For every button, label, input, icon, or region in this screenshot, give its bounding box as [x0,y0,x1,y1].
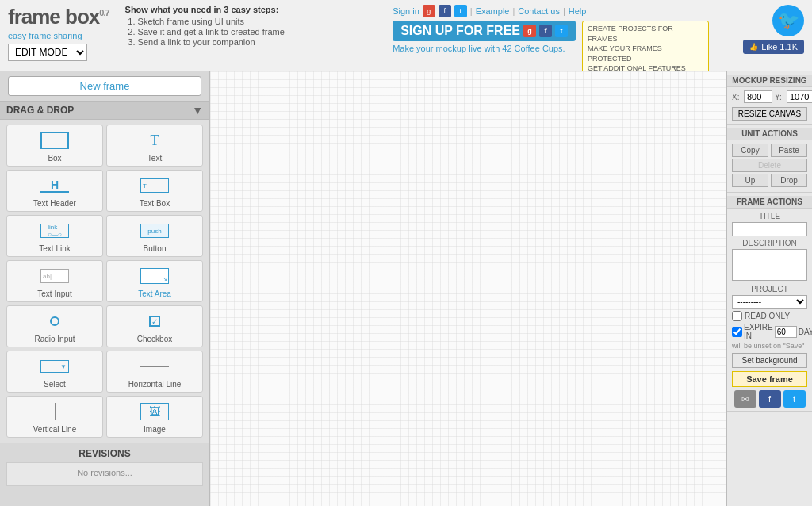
drag-drop-arrow[interactable]: ▼ [192,104,203,117]
readonly-label: READ ONLY [745,312,790,320]
paste-button[interactable]: Paste [771,144,807,157]
contact-link[interactable]: Contact us [518,6,560,16]
component-textbox[interactable]: T Text Box [106,170,203,212]
vline-shape [55,403,56,420]
twitter-bird[interactable]: 🐦 [772,5,804,36]
expire-input[interactable] [775,326,797,338]
step-1: Sketch frame using UI units [138,17,377,26]
title-input[interactable] [732,222,807,236]
right-panel: MOCKUP RESIZING X: Y: RESIZE CANVAS UNIT… [726,71,812,506]
link-label: Text Link [39,244,70,253]
image-label: Image [144,425,166,434]
link-shape: link○—○ [40,224,69,238]
fb-icon: f [768,394,771,404]
component-image[interactable]: 🖼 Image [106,396,203,438]
sep2: | [512,6,515,16]
facebook-icon[interactable]: f [439,5,451,17]
signin-row: Sign in g f t | Example | Contact us | H… [393,5,709,17]
select-shape: ▼ [40,360,69,373]
frame-actions-section: FRAME ACTIONS TITLE DESCRIPTION PROJECT … [727,193,812,412]
help-link[interactable]: Help [569,6,587,16]
y-label: Y: [775,93,784,102]
set-background-button[interactable]: Set background [732,353,807,368]
email-share-button[interactable]: ✉ [734,390,756,408]
drop-button[interactable]: Drop [771,174,807,187]
coffee-link[interactable]: Make your mockup live with 42 Coffee Cup… [393,44,576,53]
component-button[interactable]: push Button [106,215,203,257]
signin-area: Sign in g f t | Example | Contact us | H… [393,5,709,77]
resize-canvas-button[interactable]: RESIZE CANVAS [732,107,807,121]
step-2: Save it and get a link to created frame [138,27,377,36]
expire-label: EXPIRE IN [744,323,773,340]
canvas[interactable] [210,71,726,506]
image-icon: 🖼 [136,400,173,424]
component-radio[interactable]: Radio Input [6,305,103,347]
drag-drop-label: DRAG & DROP [6,105,74,116]
unit-actions-section: UNIT ACTIONS Copy Paste Delete Up Drop [727,125,812,193]
sep3: | [563,6,565,16]
textbox-label: Text Box [140,199,170,208]
text-icon: T [136,128,173,152]
email-icon: ✉ [741,394,749,404]
up-drop-row: Up Drop [732,174,807,187]
twitter-icon[interactable]: t [454,5,467,17]
example-link[interactable]: Example [476,6,510,16]
signup-tw-icon: t [555,25,568,37]
twitter-share-button[interactable]: t [783,390,806,408]
steps-list: Sketch frame using UI units Save it and … [125,17,377,47]
facebook-share-button[interactable]: f [759,390,781,408]
google-icon[interactable]: g [423,5,435,17]
like-count: Like 1.1K [761,42,798,52]
signin-link[interactable]: Sign in [393,6,419,16]
expire-note: will be unset on "Save" [732,342,807,350]
input-icon: ab| [36,264,73,288]
signup-row: SIGN UP FOR FREE g f t Make your mockup … [393,21,709,77]
frame-actions-title: FRAME ACTIONS [727,196,812,209]
component-select[interactable]: ▼ Select [6,351,103,393]
component-text[interactable]: T Text [106,125,203,167]
readonly-checkbox[interactable] [732,311,742,321]
edit-mode-dropdown[interactable]: EDIT MODE VIEW MODE [8,44,87,61]
component-header[interactable]: H Text Header [6,170,103,212]
component-input[interactable]: ab| Text Input [6,260,103,302]
component-link[interactable]: link○—○ Text Link [6,215,103,257]
project-label: PROJECT [732,285,807,293]
select-icon: ▼ [36,355,73,378]
expire-checkbox[interactable] [732,327,742,337]
delete-button[interactable]: Delete [732,159,807,172]
y-input[interactable] [787,90,812,103]
project-select[interactable]: --------- [732,295,807,309]
new-frame-button[interactable]: New frame [8,76,201,96]
header-label: Text Header [33,199,76,208]
save-frame-button[interactable]: Save frame [732,371,807,387]
description-textarea[interactable] [732,249,807,281]
hline-icon [136,355,173,378]
revisions-content: No revisions... [6,462,203,486]
component-checkbox[interactable]: ✓ Checkbox [106,305,203,347]
component-hline[interactable]: Horizontal Line [106,351,203,393]
right-area: 🐦 👍 Like 1.1K [709,5,804,54]
description-label: DESCRIPTION [732,239,807,247]
expire-row: EXPIRE IN DAYS [732,323,807,340]
radio-icon [36,309,73,333]
box-label: Box [48,154,61,163]
x-input[interactable] [744,90,772,103]
readonly-row: READ ONLY [732,311,807,321]
radio-label: Radio Input [34,335,75,343]
component-vline[interactable]: Vertical Line [6,396,103,438]
mockup-resizing-title: MOCKUP RESIZING [727,75,812,87]
unit-actions-title: UNIT ACTIONS [727,128,812,140]
component-box[interactable]: Box [6,125,103,167]
hline-shape [140,366,169,367]
component-textarea[interactable]: ↘ Text Area [106,260,203,302]
like-button[interactable]: 👍 Like 1.1K [743,40,804,54]
drag-drop-header: DRAG & DROP ▼ [0,101,209,120]
expire-unit: DAYS [799,328,812,336]
like-icon: 👍 [749,43,758,51]
up-button[interactable]: Up [732,174,768,187]
copy-button[interactable]: Copy [732,144,768,157]
checkbox-shape: ✓ [149,316,160,327]
edit-mode-select[interactable]: EDIT MODE VIEW MODE [8,44,109,61]
logo-version: 0.7 [99,8,109,17]
signup-button[interactable]: SIGN UP FOR FREE g f t [393,21,576,41]
